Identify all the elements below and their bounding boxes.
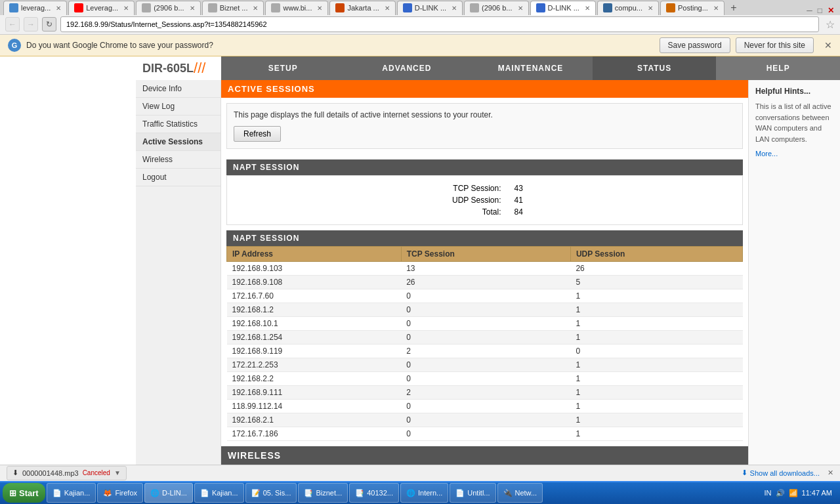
nav-status[interactable]: STATUS bbox=[593, 56, 717, 80]
download-expand-button[interactable]: ▼ bbox=[114, 469, 121, 476]
close-download-bar-button[interactable]: ✕ bbox=[828, 469, 833, 477]
tab-9[interactable]: D-LINK ... ✕ bbox=[530, 1, 596, 15]
napt-summary-header: NAPT SESSION bbox=[226, 159, 743, 175]
taskbar-item-sis[interactable]: 📝 05. Sis... bbox=[245, 483, 297, 503]
cell-tcp: 26 bbox=[401, 276, 570, 289]
tab-close-6[interactable]: ✕ bbox=[385, 5, 390, 12]
tab-close-11[interactable]: ✕ bbox=[713, 5, 719, 12]
bookmark-star-icon[interactable]: ☆ bbox=[826, 18, 835, 31]
cell-ip: 172.16.7.186 bbox=[227, 427, 402, 441]
tab-close-8[interactable]: ✕ bbox=[518, 5, 523, 12]
save-password-button[interactable]: Save password bbox=[660, 37, 730, 53]
nav-advanced[interactable]: ADVANCED bbox=[345, 56, 469, 80]
total-label: Total: bbox=[436, 207, 501, 217]
taskbar-item-intern[interactable]: 🌐 Intern... bbox=[400, 483, 448, 503]
cell-ip: 192.168.9.103 bbox=[227, 262, 402, 276]
back-button[interactable]: ← bbox=[5, 17, 20, 32]
taskbar-item-label-8: Intern... bbox=[418, 489, 442, 497]
tab-close-9[interactable]: ✕ bbox=[585, 5, 590, 12]
nav-maintenance[interactable]: MAINTENANCE bbox=[469, 56, 593, 80]
tab-favicon-11 bbox=[666, 3, 675, 12]
refresh-button[interactable]: Refresh bbox=[234, 126, 281, 142]
tab-close-4[interactable]: ✕ bbox=[253, 5, 258, 12]
sidebar-item-traffic-statistics[interactable]: Traffic Statistics bbox=[136, 116, 220, 133]
password-prompt-text: Do you want Google Chrome to save your p… bbox=[26, 41, 654, 50]
tab-2[interactable]: Leverag... ✕ bbox=[68, 1, 135, 15]
cell-udp: 1 bbox=[570, 289, 742, 303]
router-header: DIR-605L /// SETUP ADVANCED MAINTENANCE … bbox=[136, 56, 840, 80]
taskbar-item-label-2: Firefox bbox=[115, 489, 137, 497]
cell-udp: 26 bbox=[570, 262, 742, 276]
close-password-bar-button[interactable]: ✕ bbox=[824, 40, 832, 51]
tab-4[interactable]: Biznet ... ✕ bbox=[202, 1, 264, 15]
taskbar-item-40132[interactable]: 📑 40132... bbox=[349, 483, 399, 503]
taskbar-item-firefox[interactable]: 🦊 Firefox bbox=[97, 483, 143, 503]
tab-8[interactable]: (2906 b... ✕ bbox=[464, 1, 528, 15]
tab-close-2[interactable]: ✕ bbox=[123, 5, 129, 12]
sidebar-item-wireless[interactable]: Wireless bbox=[136, 151, 220, 169]
taskbar-volume-icon[interactable]: 🔊 bbox=[776, 489, 785, 497]
minimize-button[interactable]: ─ bbox=[804, 6, 815, 15]
tab-5[interactable]: www.bi... ✕ bbox=[265, 1, 328, 15]
download-status: Canceled bbox=[83, 469, 110, 476]
tab-close-10[interactable]: ✕ bbox=[648, 5, 653, 12]
help-panel: Helpful Hints... This is a list of all a… bbox=[748, 80, 840, 465]
cell-ip: 192.168.2.1 bbox=[227, 413, 402, 427]
taskbar-item-biznet[interactable]: 📑 Biznet... bbox=[298, 483, 348, 503]
cell-tcp: 0 bbox=[401, 317, 570, 331]
taskbar-item-kajian2[interactable]: 📄 Kajian... bbox=[194, 483, 244, 503]
new-tab-button[interactable]: + bbox=[726, 1, 742, 15]
sidebar-item-view-log[interactable]: View Log bbox=[136, 98, 220, 116]
tab-favicon-10 bbox=[603, 3, 612, 12]
cell-ip: 172.21.2.253 bbox=[227, 358, 402, 372]
tab-favicon-3 bbox=[142, 3, 151, 12]
napt-summary-box: TCP Session: 43 UDP Session: 41 Total: 8… bbox=[226, 175, 743, 225]
never-for-site-button[interactable]: Never for this site bbox=[736, 37, 814, 53]
help-more-link[interactable]: More... bbox=[755, 150, 833, 158]
table-row: 192.168.2.1 0 1 bbox=[227, 413, 743, 427]
sidebar-item-active-sessions[interactable]: Active Sessions bbox=[136, 133, 220, 151]
cell-ip: 192.168.9.111 bbox=[227, 386, 402, 400]
tab-10[interactable]: compu... ✕ bbox=[597, 1, 659, 15]
reload-button[interactable]: ↻ bbox=[42, 17, 56, 32]
tab-3[interactable]: (2906 b... ✕ bbox=[136, 1, 200, 15]
taskbar-item-netw[interactable]: 🔌 Netw... bbox=[497, 483, 543, 503]
tab-favicon-9 bbox=[536, 3, 545, 12]
active-sessions-title: ACTIVE SESSIONS bbox=[221, 80, 748, 98]
nav-help[interactable]: HELP bbox=[716, 56, 840, 80]
sidebar-item-logout[interactable]: Logout bbox=[136, 169, 220, 186]
tab-close-3[interactable]: ✕ bbox=[190, 5, 195, 12]
taskbar-item-kajian1[interactable]: 📄 Kajian... bbox=[47, 483, 96, 503]
address-bar[interactable] bbox=[60, 16, 819, 32]
tab-1[interactable]: leverag... ✕ bbox=[3, 1, 67, 15]
total-value: 84 bbox=[514, 207, 534, 217]
help-text: This is a list of all active conversatio… bbox=[755, 101, 833, 144]
close-button[interactable]: ✕ bbox=[825, 6, 837, 15]
cell-ip: 192.168.2.2 bbox=[227, 372, 402, 386]
tab-close-1[interactable]: ✕ bbox=[56, 5, 61, 12]
sidebar-item-device-info[interactable]: Device Info bbox=[136, 80, 220, 98]
start-button[interactable]: ⊞ Start bbox=[3, 483, 45, 503]
forward-button[interactable]: → bbox=[24, 17, 38, 32]
taskbar-item-icon-4: 📄 bbox=[200, 489, 209, 497]
col-udp: UDP Session bbox=[570, 247, 742, 262]
sessions-table: IP Address TCP Session UDP Session 192.1… bbox=[226, 246, 743, 441]
tab-7[interactable]: D-LINK ... ✕ bbox=[397, 1, 463, 15]
tab-close-5[interactable]: ✕ bbox=[317, 5, 322, 12]
cell-udp: 1 bbox=[570, 386, 742, 400]
cell-tcp: 13 bbox=[401, 262, 570, 276]
table-row: 172.21.2.253 0 1 bbox=[227, 358, 743, 372]
tab-close-7[interactable]: ✕ bbox=[452, 5, 457, 12]
tab-11[interactable]: Posting... ✕ bbox=[660, 1, 724, 15]
taskbar-item-dlink[interactable]: 🌐 D-LIN... bbox=[144, 483, 193, 503]
maximize-button[interactable]: □ bbox=[815, 6, 825, 15]
nav-setup[interactable]: SETUP bbox=[221, 56, 345, 80]
wireless-section-label: WIRELESS bbox=[221, 446, 748, 465]
cell-ip: 192.168.10.1 bbox=[227, 317, 402, 331]
main-area: ACTIVE SESSIONS This page displays the f… bbox=[221, 80, 748, 465]
taskbar-item-untitl[interactable]: 📄 Untitl... bbox=[450, 483, 495, 503]
tab-label-7: D-LINK ... bbox=[415, 4, 446, 12]
taskbar-network-icon[interactable]: 📶 bbox=[789, 489, 798, 497]
show-all-downloads[interactable]: ⬇ Show all downloads... bbox=[742, 469, 820, 477]
tab-6[interactable]: Jakarta ... ✕ bbox=[329, 1, 395, 15]
